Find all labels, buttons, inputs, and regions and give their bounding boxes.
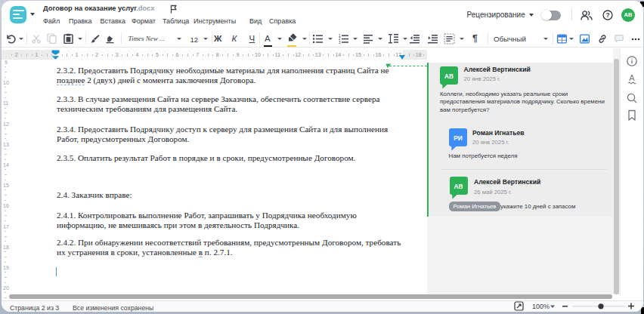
svg-text:А: А bbox=[629, 73, 635, 82]
svg-text:3: 3 bbox=[339, 41, 341, 44]
svg-text:?: ? bbox=[605, 11, 609, 19]
svg-text:100%: 100% bbox=[532, 303, 550, 310]
